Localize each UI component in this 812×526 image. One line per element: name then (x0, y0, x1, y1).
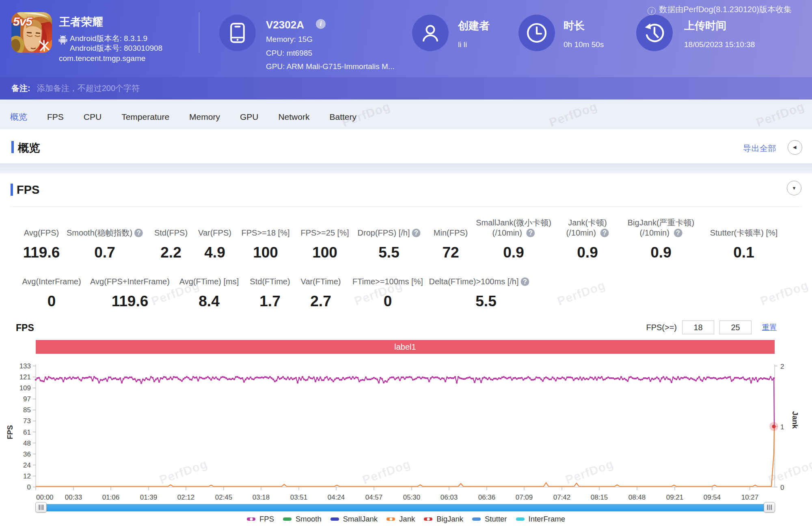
svg-text:01:06: 01:06 (102, 494, 120, 501)
svg-text:1: 1 (780, 423, 784, 431)
svg-text:0: 0 (780, 484, 784, 491)
svg-text:08:15: 08:15 (591, 494, 608, 501)
svg-text:04:24: 04:24 (328, 494, 345, 501)
svg-text:01:39: 01:39 (140, 494, 158, 501)
svg-text:109: 109 (19, 384, 31, 392)
svg-text:36: 36 (23, 450, 31, 458)
svg-text:07:09: 07:09 (516, 494, 533, 501)
svg-text:73: 73 (23, 417, 31, 425)
svg-text:06:03: 06:03 (441, 494, 458, 501)
svg-text:02:45: 02:45 (215, 494, 233, 501)
svg-text:97: 97 (23, 395, 31, 403)
svg-text:24: 24 (23, 461, 31, 469)
svg-text:04:57: 04:57 (365, 494, 383, 501)
svg-text:09:54: 09:54 (704, 494, 721, 501)
svg-text:09:21: 09:21 (666, 494, 684, 501)
svg-text:61: 61 (23, 429, 31, 436)
svg-text:08:48: 08:48 (628, 494, 646, 501)
svg-text:03:51: 03:51 (290, 494, 308, 501)
svg-text:05:30: 05:30 (403, 494, 421, 501)
svg-text:06:36: 06:36 (478, 494, 496, 501)
svg-text:02:12: 02:12 (177, 494, 195, 501)
svg-text:03:18: 03:18 (253, 494, 270, 501)
svg-text:00:33: 00:33 (65, 494, 82, 501)
svg-text:00:00: 00:00 (36, 494, 54, 501)
svg-text:85: 85 (23, 406, 31, 414)
svg-text:12: 12 (23, 472, 31, 480)
svg-text:0: 0 (27, 483, 31, 491)
svg-text:133: 133 (19, 362, 31, 370)
svg-text:48: 48 (23, 439, 31, 447)
svg-text:07:42: 07:42 (553, 494, 571, 501)
svg-text:2: 2 (780, 363, 784, 370)
svg-text:10:27: 10:27 (741, 494, 759, 501)
svg-text:Jank: Jank (791, 411, 799, 429)
svg-text:121: 121 (19, 373, 31, 381)
svg-text:FPS: FPS (6, 425, 14, 439)
svg-text:5v5: 5v5 (13, 15, 33, 28)
